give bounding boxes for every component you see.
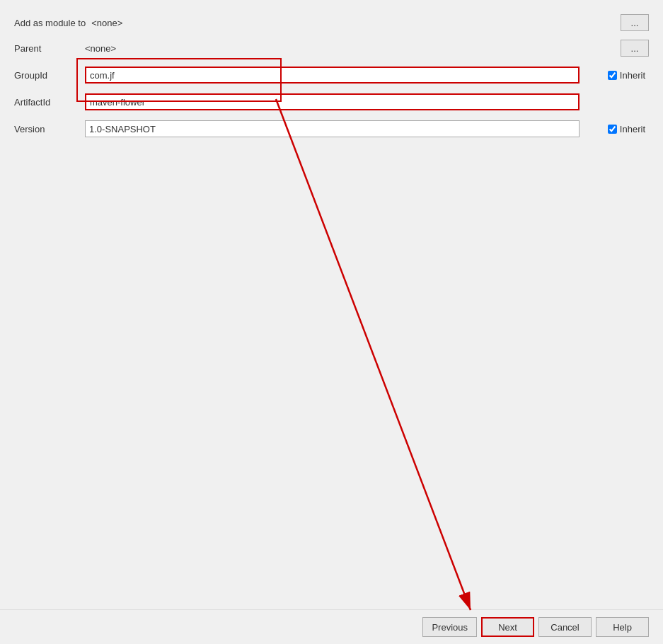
groupid-input-wrapper: Inherit: [85, 67, 649, 84]
form-area: Add as module to <none> ... Parent <none…: [0, 0, 663, 609]
artifactid-label: ArtifactId: [14, 97, 85, 108]
groupid-inherit-checkbox[interactable]: [608, 71, 617, 80]
groupid-inherit-label: Inherit: [620, 70, 645, 81]
parent-label: Parent: [14, 43, 85, 54]
add-module-value: <none>: [91, 18, 621, 28]
button-bar: Previous Next Cancel Help: [0, 609, 663, 644]
version-input[interactable]: [85, 120, 580, 137]
add-module-label: Add as module to: [14, 18, 86, 28]
version-row: Version Inherit: [14, 119, 649, 139]
groupid-input[interactable]: [85, 67, 580, 84]
artifactid-row: ArtifactId: [14, 92, 649, 112]
previous-button[interactable]: Previous: [422, 617, 477, 637]
groupid-row: GroupId Inherit: [14, 65, 649, 85]
help-button[interactable]: Help: [596, 617, 649, 637]
next-button[interactable]: Next: [481, 617, 534, 637]
parent-dots-button[interactable]: ...: [621, 40, 649, 57]
groupid-inherit-wrapper: Inherit: [585, 70, 649, 81]
add-module-dots-button[interactable]: ...: [621, 14, 649, 31]
groupid-label: GroupId: [14, 70, 85, 81]
artifactid-input-wrapper: [85, 93, 649, 110]
add-module-row: Add as module to <none> ...: [14, 14, 649, 31]
cancel-button[interactable]: Cancel: [538, 617, 592, 637]
artifactid-input[interactable]: [85, 93, 580, 110]
parent-row: Parent <none> ...: [14, 38, 649, 58]
version-inherit-checkbox[interactable]: [608, 125, 617, 134]
parent-value: <none>: [85, 43, 621, 54]
version-label: Version: [14, 124, 85, 134]
version-inherit-wrapper: Inherit: [585, 124, 649, 134]
version-input-wrapper: Inherit: [85, 120, 649, 137]
dialog: Add as module to <none> ... Parent <none…: [0, 0, 663, 644]
version-inherit-label: Inherit: [620, 124, 645, 134]
